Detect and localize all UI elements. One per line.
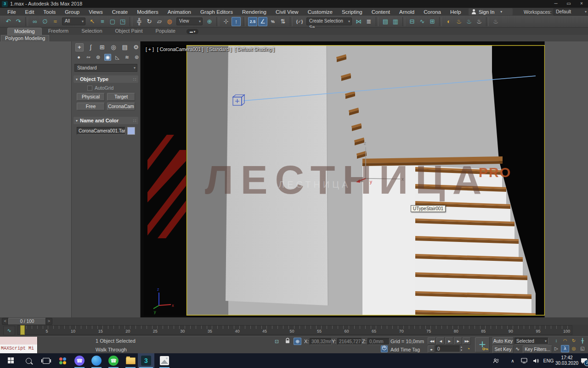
default-tangent-icon[interactable]: ∿: [514, 345, 521, 352]
select-and-manipulate-icon[interactable]: ⊹: [221, 17, 231, 26]
menu-item[interactable]: Help: [446, 8, 466, 16]
select-by-name-icon[interactable]: ≡: [98, 17, 107, 26]
roll-camera-icon[interactable]: ↻: [570, 337, 578, 345]
select-and-move-icon[interactable]: ╬: [135, 17, 144, 26]
lights-category-icon[interactable]: ⊛: [95, 54, 102, 61]
time-slider-value[interactable]: 0 / 100: [8, 318, 46, 325]
maxscript-macro-recorder[interactable]: [0, 337, 38, 345]
ribbon-tab-modeling[interactable]: Modeling: [7, 28, 42, 35]
y-coord-field[interactable]: 21645,727: [337, 338, 362, 345]
taskbar-app-file-explorer[interactable]: [122, 353, 139, 368]
reference-coordinate-dropdown[interactable]: View: [176, 17, 203, 25]
z-coord-field[interactable]: 0,0mm: [368, 338, 390, 345]
motion-tab-icon[interactable]: ◎: [109, 43, 118, 52]
ribbon-options-button[interactable]: ▬ ▾: [187, 29, 198, 34]
sign-in-button[interactable]: Sign In ▾: [469, 8, 513, 15]
ribbon-tab-populate[interactable]: Populate: [149, 28, 181, 35]
menu-item[interactable]: Rendering: [237, 8, 271, 16]
modify-tab-icon[interactable]: ∫: [87, 43, 95, 52]
menu-item[interactable]: File: [3, 8, 21, 16]
align-icon[interactable]: ≣: [364, 17, 373, 26]
walk-through-icon[interactable]: λ: [561, 345, 569, 352]
maximize-button[interactable]: ▭: [562, 0, 575, 8]
play-button[interactable]: ▶: [445, 337, 453, 345]
field-of-view-icon[interactable]: ◠: [561, 337, 569, 345]
select-and-rotate-icon[interactable]: ↻: [145, 17, 154, 26]
named-selection-set-dropdown[interactable]: Create Selection Se: [306, 17, 352, 25]
start-button[interactable]: [3, 353, 19, 368]
camera-type-dropdown[interactable]: Standard: [74, 64, 137, 72]
menu-item[interactable]: Graph Editors: [196, 8, 237, 16]
menu-item[interactable]: Customize: [303, 8, 337, 16]
volume-icon[interactable]: [531, 353, 541, 368]
viewport-shading-menu[interactable]: [ Default Shading ]: [235, 46, 274, 52]
absolute-mode-toggle-icon[interactable]: ⊕: [294, 338, 301, 345]
menu-item[interactable]: Views: [84, 8, 107, 16]
x-coord-field[interactable]: 308,32mm: [310, 338, 332, 345]
select-and-link-icon[interactable]: ∞: [30, 17, 40, 26]
taskbar-app-whatsapp[interactable]: ☎: [105, 353, 122, 368]
menu-item[interactable]: Animation: [163, 8, 196, 16]
menu-item[interactable]: Create: [107, 8, 133, 16]
helpers-category-icon[interactable]: ◺: [114, 54, 121, 61]
menu-item[interactable]: Scripting: [337, 8, 367, 16]
undo-icon[interactable]: ↶: [4, 17, 13, 26]
menu-item[interactable]: Edit: [21, 8, 39, 16]
search-button[interactable]: [20, 353, 37, 368]
next-frame-arrow[interactable]: >: [45, 318, 52, 325]
truck-camera-icon[interactable]: ╂: [578, 337, 587, 345]
pov-viewport-icon[interactable]: ▷: [552, 345, 560, 352]
action-center-button[interactable]: 2: [580, 353, 588, 368]
cameras-category-icon[interactable]: ◉: [104, 54, 111, 61]
dolly-camera-icon[interactable]: ↕: [552, 337, 560, 345]
rectangular-selection-region-icon[interactable]: ▢: [108, 17, 117, 26]
timeline-ruler[interactable]: 0510152025303540455055606570758085909510…: [17, 325, 572, 335]
mirror-icon[interactable]: ⋈: [354, 17, 363, 26]
render-production-icon[interactable]: ♨: [475, 17, 484, 26]
object-color-swatch[interactable]: [127, 127, 135, 135]
window-crossing-toggle-icon[interactable]: ◳: [118, 17, 127, 26]
bind-to-space-warp-icon[interactable]: ≈: [51, 17, 60, 26]
utilities-tab-icon[interactable]: ⚙: [132, 43, 140, 52]
percent-snap-toggle-icon[interactable]: %: [268, 17, 277, 26]
menu-item[interactable]: Modifiers: [132, 8, 163, 16]
time-slider-handle[interactable]: [20, 325, 25, 335]
selection-filter-dropdown[interactable]: All: [62, 17, 85, 25]
key-selection-dropdown[interactable]: Selected: [514, 338, 548, 345]
shapes-category-icon[interactable]: ∾: [85, 54, 92, 61]
taskbar-app-browser[interactable]: [88, 353, 105, 368]
key-filters-button[interactable]: Key Filters...: [523, 345, 552, 353]
mini-curve-editor-button[interactable]: ∿: [3, 326, 15, 335]
go-to-start-button[interactable]: ◀◀: [428, 337, 436, 345]
orbit-camera-icon[interactable]: ◎: [570, 345, 578, 352]
close-button[interactable]: ×: [575, 0, 588, 8]
viewport-general-menu[interactable]: [ + ]: [146, 46, 154, 52]
selection-lock-icon[interactable]: [283, 338, 291, 345]
menu-item[interactable]: Corona: [419, 8, 446, 16]
viewport-pov-menu[interactable]: [ CoronaCamera001 ]: [157, 46, 204, 52]
unlink-selection-icon[interactable]: ∅: [40, 17, 50, 26]
free-button[interactable]: Free: [77, 103, 105, 110]
viewport-renderer-menu[interactable]: [ Standard ]: [207, 46, 232, 52]
workspace-dropdown[interactable]: Default: [554, 8, 588, 16]
select-object-icon[interactable]: ↖: [88, 17, 97, 26]
ribbon-tab-freeform[interactable]: Freeform: [42, 28, 75, 35]
render-setup-icon[interactable]: ♨: [454, 17, 464, 26]
camera-viewport[interactable]: z x y z x y [ + ] [ CoronaCamera001 ] [ …: [140, 41, 544, 317]
object-type-rollout-header[interactable]: Object Type∷: [74, 75, 138, 83]
tray-expand-chevron[interactable]: ∧: [508, 353, 517, 368]
physical-button[interactable]: Physical: [77, 93, 105, 101]
menu-item[interactable]: Tools: [39, 8, 60, 16]
rendered-frame-window-icon[interactable]: ♨: [464, 17, 474, 26]
previous-frame-button[interactable]: ◀: [436, 337, 445, 345]
taskbar-app-viber[interactable]: ☎: [71, 353, 88, 368]
frame-spinner[interactable]: ▴▾: [459, 345, 464, 352]
use-pivot-point-center-icon[interactable]: ⊕: [205, 17, 214, 26]
display-tab-icon[interactable]: ▤: [121, 43, 129, 52]
geometry-category-icon[interactable]: ●: [75, 54, 82, 61]
next-frame-button[interactable]: ▶: [454, 337, 462, 345]
task-view-button[interactable]: [38, 353, 54, 368]
curve-editor-icon[interactable]: ∿: [418, 17, 427, 26]
target-button[interactable]: Target: [107, 93, 135, 101]
select-and-place-icon[interactable]: ◍: [165, 17, 174, 26]
